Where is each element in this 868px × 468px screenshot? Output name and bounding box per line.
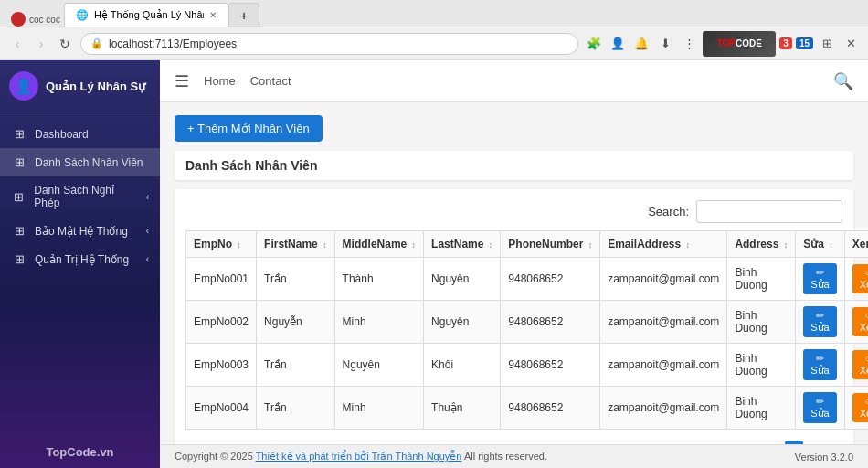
- cell-xem: 👁 Xem: [844, 387, 868, 430]
- cell-xem: 👁 Xem: [844, 344, 868, 387]
- sidebar-item-label: Danh Sách Nhân Viên: [35, 156, 143, 169]
- topbar-nav: Home Contact: [204, 74, 291, 88]
- menu-icon[interactable]: ⋮: [679, 34, 699, 54]
- table-container: Search: EmpNo ↕ FirstName ↕ MiddleName ↕…: [175, 189, 853, 444]
- col-xem: Xem ↕: [844, 231, 868, 258]
- add-employee-button[interactable]: + Thêm Mới Nhân Viên: [175, 115, 323, 142]
- extension-icon[interactable]: 🧩: [584, 34, 604, 54]
- nghiphep-icon: ⊞: [11, 190, 26, 204]
- logo-emoji: 👤: [15, 78, 33, 95]
- new-tab[interactable]: +: [228, 3, 259, 27]
- sua-button[interactable]: ✏ Sửa: [803, 349, 836, 380]
- cell-xem: 👁 Xem: [844, 258, 868, 301]
- notification-icon[interactable]: 🔔: [631, 34, 651, 54]
- sidebar-item-quantri[interactable]: ⊞ Quản Trị Hệ Thống ‹: [0, 245, 160, 273]
- cell-sua: ✏ Sửa: [796, 387, 844, 430]
- cell-email: zampanoit@gmail.com: [600, 258, 727, 301]
- refresh-button[interactable]: ↻: [55, 34, 75, 54]
- search-input[interactable]: [696, 200, 842, 223]
- topbar: ☰ Home Contact 🔍: [160, 60, 868, 102]
- tab-bar: coc coc 🌐 Hệ Thống Quản Lý Nhân Sự ✕ +: [0, 0, 868, 27]
- col-sua: Sửa ↕: [796, 231, 844, 258]
- topbar-contact[interactable]: Contact: [250, 74, 291, 88]
- table-row: EmpNo002 Nguyễn Minh Nguyên 948068652 za…: [186, 301, 869, 344]
- table-header: EmpNo ↕ FirstName ↕ MiddleName ↕ LastNam…: [186, 231, 869, 258]
- sidebar-item-label: Quản Trị Hệ Thống: [35, 253, 129, 266]
- cell-xem: 👁 Xem: [844, 301, 868, 344]
- download-icon[interactable]: ⬇: [655, 34, 675, 54]
- profile-icon[interactable]: 👤: [608, 34, 628, 54]
- xem-button[interactable]: 👁 Xem: [852, 350, 868, 379]
- topbar-home[interactable]: Home: [204, 74, 236, 88]
- sua-button[interactable]: ✏ Sửa: [803, 306, 836, 337]
- active-tab[interactable]: 🌐 Hệ Thống Quản Lý Nhân Sự ✕: [64, 3, 228, 27]
- footer-link[interactable]: Thiết kế và phát triển bởi Trần Thành Ng…: [256, 451, 462, 462]
- topcode-logo: TOPCODE: [703, 31, 776, 57]
- sidebar-item-dashboard[interactable]: ⊞ Dashboard: [0, 120, 160, 148]
- url-text: localhost:7113/Employees: [109, 37, 237, 50]
- xem-button[interactable]: 👁 Xem: [852, 264, 868, 293]
- cell-email: zampanoit@gmail.com: [600, 387, 727, 430]
- tab-title: Hệ Thống Quản Lý Nhân Sự: [94, 9, 204, 21]
- new-tab-icon: +: [240, 8, 248, 23]
- sidebar-item-label: Danh Sách Nghỉ Phép: [34, 184, 138, 209]
- sua-button[interactable]: ✏ Sửa: [803, 392, 836, 423]
- close-icon[interactable]: ✕: [841, 34, 861, 54]
- cell-phone: 948068652: [501, 258, 600, 301]
- browser-brand: coc coc: [29, 15, 60, 25]
- logo-icon: 👤: [9, 71, 38, 101]
- sua-button[interactable]: ✏ Sửa: [803, 263, 836, 294]
- xem-button[interactable]: 👁 Xem: [852, 307, 868, 336]
- col-phone: PhoneNumber ↕: [501, 231, 600, 258]
- cell-firstname: Trần: [257, 387, 335, 430]
- cell-address: Binh Duong: [727, 344, 796, 387]
- content-area: ☰ Home Contact 🔍 + Thêm Mới Nhân Viên Da…: [160, 60, 868, 468]
- grid-icon[interactable]: ⊞: [817, 34, 837, 54]
- employee-table: EmpNo ↕ FirstName ↕ MiddleName ↕ LastNam…: [185, 230, 868, 430]
- hamburger-icon[interactable]: ☰: [175, 71, 189, 91]
- tab-close-icon[interactable]: ✕: [209, 10, 217, 20]
- page-area: + Thêm Mới Nhân Viên Danh Sách Nhân Viên…: [160, 102, 868, 444]
- cell-sua: ✏ Sửa: [796, 344, 844, 387]
- col-empno: EmpNo ↕: [186, 231, 257, 258]
- arrow-icon: ‹: [146, 254, 149, 264]
- cell-address: Binh Duong: [727, 301, 796, 344]
- back-button[interactable]: ‹: [7, 34, 27, 54]
- sidebar-menu: ⊞ Dashboard ⊞ Danh Sách Nhân Viên ⊞ Danh…: [0, 112, 160, 436]
- cell-firstname: Trần: [257, 258, 335, 301]
- sidebar: 👤 Quản Lý Nhân Sự ⊞ Dashboard ⊞ Danh Sác…: [0, 60, 160, 468]
- sidebar-item-nghiphep[interactable]: ⊞ Danh Sách Nghỉ Phép ‹: [0, 176, 160, 217]
- col-address: Address ↕: [727, 231, 796, 258]
- xem-button[interactable]: 👁 Xem: [852, 393, 868, 422]
- sidebar-item-label: Dashboard: [35, 128, 89, 141]
- browser-icons: 🧩 👤 🔔 ⬇ ⋮ TOPCODE 3 15 ⊞ ✕: [584, 31, 861, 57]
- sidebar-brand: TopCode.vn: [0, 436, 160, 468]
- red-badge: 3: [779, 37, 792, 49]
- sort-icon: ↕: [412, 240, 417, 250]
- blue-badge: 15: [796, 37, 813, 49]
- sidebar-item-nhanvien[interactable]: ⊞ Danh Sách Nhân Viên: [0, 148, 160, 176]
- cell-phone: 948068652: [501, 301, 600, 344]
- footer-version: Version 3.2.0: [795, 452, 853, 463]
- table-row: EmpNo003 Trần Nguyên Khôi 948068652 zamp…: [186, 344, 869, 387]
- cell-middlename: Minh: [334, 301, 424, 344]
- sort-icon: ↕: [784, 240, 789, 250]
- cell-address: Binh Duong: [727, 258, 796, 301]
- search-icon[interactable]: 🔍: [833, 71, 853, 91]
- browser-bar: ‹ › ↻ 🔒 localhost:7113/Employees 🧩 👤 🔔 ⬇…: [0, 27, 868, 60]
- cell-empno: EmpNo003: [186, 344, 257, 387]
- sidebar-item-baomat[interactable]: ⊞ Bảo Mật Hệ Thống ‹: [0, 217, 160, 245]
- table-row: EmpNo004 Trần Minh Thuận 948068652 zampa…: [186, 387, 869, 430]
- address-bar[interactable]: 🔒 localhost:7113/Employees: [80, 33, 578, 55]
- sort-icon: ↕: [323, 240, 327, 250]
- forward-button[interactable]: ›: [31, 34, 51, 54]
- cell-empno: EmpNo001: [186, 258, 257, 301]
- main-layout: 👤 Quản Lý Nhân Sự ⊞ Dashboard ⊞ Danh Sác…: [0, 60, 868, 468]
- cell-address: Binh Duong: [727, 387, 796, 430]
- cell-email: zampanoit@gmail.com: [600, 301, 727, 344]
- cell-phone: 948068652: [501, 387, 600, 430]
- col-email: EmailAddress ↕: [600, 231, 727, 258]
- sidebar-logo: 👤 Quản Lý Nhân Sự: [0, 60, 160, 112]
- cell-sua: ✏ Sửa: [796, 301, 844, 344]
- dashboard-icon: ⊞: [11, 127, 27, 141]
